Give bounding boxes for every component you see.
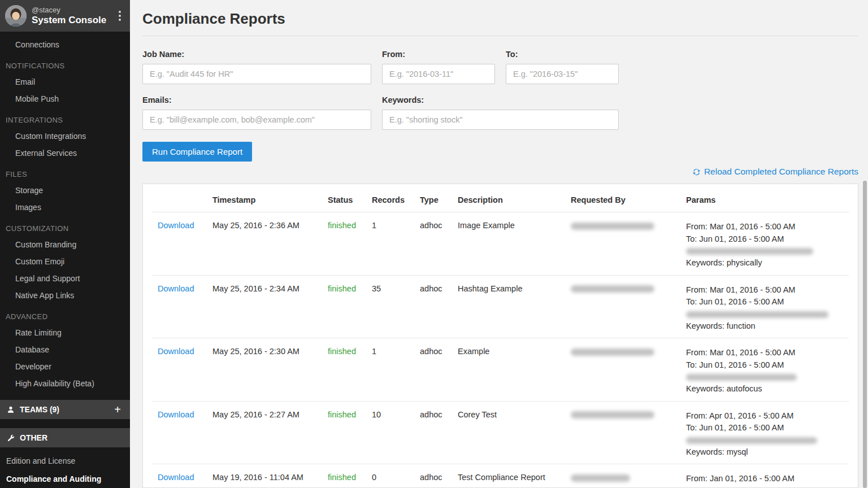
col-header-requested-by: Requested By	[571, 184, 686, 212]
params-cell: From: Mar 01, 2016 - 5:00 AMTo: Jun 01, …	[686, 276, 849, 338]
timestamp-cell: May 25, 2016 - 2:34 AM	[212, 276, 328, 338]
sidebar-item-edition-and-license[interactable]: Edition and License	[0, 452, 130, 470]
run-compliance-report-button[interactable]: Run Compliance Report	[142, 142, 252, 162]
params-from: From: Jan 01, 2016 - 5:00 AM	[686, 473, 844, 485]
sidebar-item-compliance-and-auditing[interactable]: Compliance and Auditing	[0, 470, 130, 488]
type-cell: adhoc	[420, 338, 458, 401]
records-cell: 1	[372, 338, 420, 401]
params-from: From: Mar 01, 2016 - 5:00 AM	[686, 347, 844, 359]
sidebar-header-customization: CUSTOMIZATION	[0, 216, 130, 236]
keywords-label: Keywords:	[382, 95, 619, 104]
sidebar-header-integrations: INTEGRATIONS	[0, 107, 130, 128]
kebab-menu-icon[interactable]	[115, 8, 124, 23]
type-cell: adhoc	[420, 212, 458, 275]
from-input[interactable]	[382, 64, 495, 84]
sidebar-item-rate-limiting[interactable]: Rate Limiting	[0, 324, 130, 341]
redacted-params-emails	[686, 248, 813, 255]
sidebar-item-email[interactable]: Email	[0, 73, 130, 90]
sidebar-item-custom-branding[interactable]: Custom Branding	[0, 236, 130, 253]
sidebar-item-native-app-links[interactable]: Native App Links	[0, 287, 130, 304]
sidebar-section-other[interactable]: OTHER	[0, 428, 130, 447]
sidebar-section-teams[interactable]: TEAMS (9) +	[0, 400, 130, 419]
redacted-email	[571, 285, 654, 293]
redacted-email	[571, 474, 630, 482]
sidebar-item-storage[interactable]: Storage	[0, 182, 130, 199]
reload-link[interactable]: Reload Completed Compliance Reports	[142, 167, 858, 177]
params-from: From: Apr 01, 2016 - 5:00 AM	[686, 410, 844, 422]
emails-field: Emails:	[142, 95, 371, 130]
sidebar-header-advanced: ADVANCED	[0, 304, 130, 324]
job-name-field: Job Name:	[142, 50, 371, 84]
records-cell: 1	[372, 212, 420, 275]
params-from: From: Mar 01, 2016 - 5:00 AM	[686, 284, 844, 297]
col-header-records: Records	[372, 184, 420, 212]
table-row: DownloadMay 25, 2016 - 2:30 AMfinished1a…	[152, 338, 849, 402]
user-block: @stacey System Console	[32, 6, 106, 25]
redacted-email	[571, 223, 654, 230]
vertical-scrollbar[interactable]	[863, 181, 867, 488]
params-cell: From: Jan 01, 2016 - 5:00 AM	[686, 464, 849, 488]
console-title: System Console	[32, 15, 106, 26]
wrench-icon	[7, 434, 15, 442]
download-cell: Download	[152, 464, 212, 488]
download-cell: Download	[152, 276, 212, 338]
sidebar-item-custom-emoji[interactable]: Custom Emoji	[0, 253, 130, 270]
requested-by-cell	[571, 276, 686, 338]
redacted-params-emails	[686, 374, 797, 381]
sidebar-item-developer[interactable]: Developer	[0, 358, 130, 375]
download-cell: Download	[152, 402, 212, 464]
user-handle: @stacey	[32, 6, 106, 15]
col-header-status: Status	[328, 184, 372, 212]
params-to: To: Jun 01, 2016 - 5:00 AM	[686, 296, 844, 308]
sidebar-header-files: FILES	[0, 162, 130, 182]
emails-input[interactable]	[142, 110, 371, 130]
redacted-email	[571, 411, 654, 419]
redacted-params-emails	[686, 311, 828, 318]
sidebar-item-custom-integrations[interactable]: Custom Integrations	[0, 128, 130, 145]
download-link[interactable]: Download	[158, 410, 194, 419]
job-name-input[interactable]	[142, 64, 371, 84]
status-cell: finished	[328, 212, 372, 275]
main-content: Compliance Reports Job Name: From: To: E…	[130, 0, 868, 488]
avatar-image	[5, 5, 27, 27]
add-team-icon[interactable]: +	[112, 403, 123, 416]
download-link[interactable]: Download	[158, 473, 194, 482]
page-title: Compliance Reports	[142, 10, 858, 28]
params-from: From: Mar 01, 2016 - 5:00 AM	[686, 221, 844, 233]
requested-by-cell	[571, 402, 686, 464]
timestamp-cell: May 25, 2016 - 2:36 AM	[212, 212, 328, 275]
to-label: To:	[506, 50, 619, 59]
col-header-download	[152, 184, 212, 212]
params-cell: From: Apr 01, 2016 - 5:00 AMTo: Jun 01, …	[686, 402, 849, 464]
other-label: OTHER	[20, 433, 47, 442]
records-cell: 0	[372, 464, 420, 488]
keywords-input[interactable]	[382, 110, 619, 130]
download-link[interactable]: Download	[158, 284, 194, 293]
table-row: DownloadMay 19, 2016 - 11:04 AMfinished0…	[152, 464, 849, 488]
sidebar-nav: ConnectionsNOTIFICATIONSEmailMobile Push…	[0, 32, 130, 400]
to-input[interactable]	[506, 64, 619, 84]
person-icon	[7, 406, 15, 413]
reports-table: Timestamp Status Records Type Descriptio…	[142, 184, 858, 488]
download-link[interactable]: Download	[158, 221, 194, 230]
sidebar-item-high-availability-beta-[interactable]: High Availability (Beta)	[0, 375, 130, 392]
compliance-form: Job Name: From: To: Emails: Keywords:	[142, 50, 858, 130]
download-link[interactable]: Download	[158, 347, 194, 356]
teams-label: TEAMS (9)	[20, 405, 59, 414]
col-header-params: Params	[686, 184, 849, 212]
to-field: To:	[506, 50, 619, 84]
params-keywords: Keywords: autofocus	[686, 383, 844, 395]
params-cell: From: Mar 01, 2016 - 5:00 AMTo: Jun 01, …	[686, 212, 849, 275]
status-cell: finished	[328, 464, 372, 488]
col-header-type: Type	[420, 184, 458, 212]
params-keywords: Keywords: mysql	[686, 446, 844, 459]
sidebar-item-connections[interactable]: Connections	[0, 36, 130, 53]
sidebar-item-legal-and-support[interactable]: Legal and Support	[0, 270, 130, 287]
timestamp-cell: May 25, 2016 - 2:27 AM	[212, 402, 328, 464]
sidebar-item-images[interactable]: Images	[0, 199, 130, 216]
sidebar-item-mobile-push[interactable]: Mobile Push	[0, 90, 130, 107]
description-cell: Hashtag Example	[458, 276, 571, 338]
type-cell: adhoc	[420, 402, 458, 464]
sidebar-item-external-services[interactable]: External Services	[0, 145, 130, 162]
sidebar-item-database[interactable]: Database	[0, 341, 130, 358]
